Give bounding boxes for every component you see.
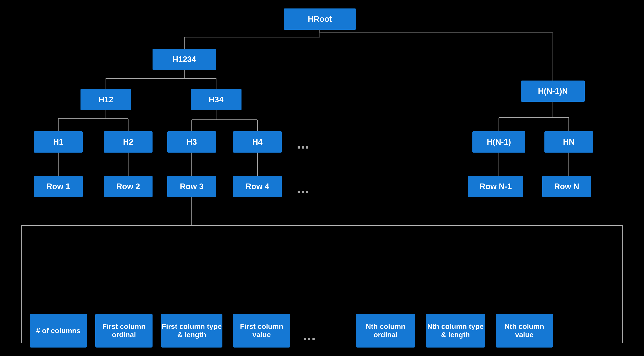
node-h34: H34 <box>191 89 242 110</box>
node-h2: H2 <box>104 132 152 152</box>
node-h3: H3 <box>167 132 216 152</box>
detail-node-num-columns: # of columns <box>30 314 87 348</box>
ellipsis-row: ... <box>296 179 309 196</box>
node-rown1: Row N-1 <box>468 176 523 197</box>
node-row3: Row 3 <box>167 176 216 197</box>
node-row4: Row 4 <box>233 176 282 197</box>
node-h1234: H1234 <box>152 49 216 70</box>
node-hn1n: H(N-1)N <box>521 80 585 102</box>
diagram-container: HRoot H1234 H(N-1)N H12 H34 H1 H2 H3 H4 … <box>0 0 644 356</box>
node-row2: Row 2 <box>104 176 152 197</box>
node-h12: H12 <box>80 89 131 110</box>
node-rown: Row N <box>542 176 591 197</box>
node-h1: H1 <box>34 132 82 152</box>
detail-node-nth-value: Nth column value <box>496 314 553 348</box>
detail-node-nth-ordinal: Nth column ordinal <box>356 314 415 348</box>
ellipsis-detail: ... <box>303 326 316 344</box>
node-hn: HN <box>544 132 593 152</box>
detail-node-first-type-length: First column type & length <box>161 314 222 348</box>
node-hn1: H(N-1) <box>472 132 525 152</box>
ellipsis-header: ... <box>296 134 309 152</box>
detail-node-first-ordinal: First column ordinal <box>95 314 152 348</box>
node-row1: Row 1 <box>34 176 82 197</box>
detail-node-first-value: First column value <box>233 314 290 348</box>
detail-node-nth-type-length: Nth column type & length <box>426 314 485 348</box>
node-hroot: HRoot <box>284 8 356 30</box>
node-h4: H4 <box>233 132 282 152</box>
